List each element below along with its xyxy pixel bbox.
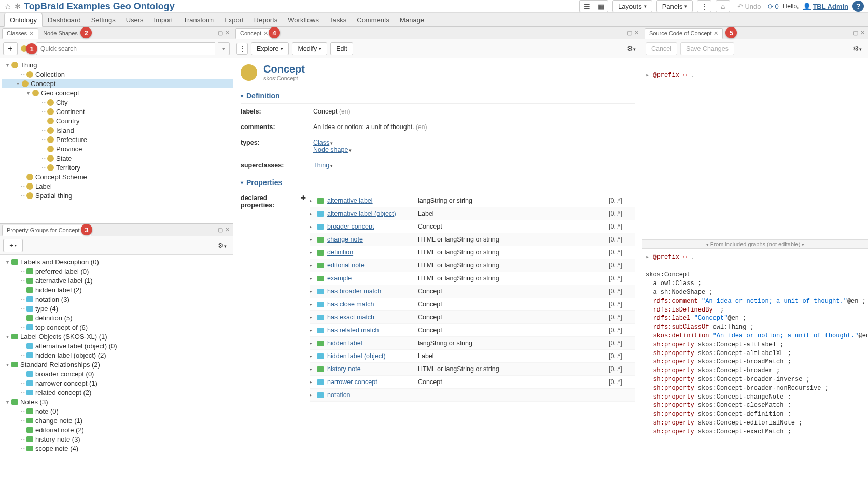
property-row[interactable]: ▸has related matchConcept[0..*]: [310, 324, 635, 337]
property-link[interactable]: hidden label (object): [327, 352, 386, 360]
tree-toggle-icon[interactable]: ▾: [4, 334, 10, 339]
super-thing-link[interactable]: Thing: [313, 162, 329, 169]
tree-node[interactable]: ⋯note (0): [2, 406, 233, 416]
close-panel-icon[interactable]: ✕: [225, 30, 230, 36]
tree-node[interactable]: ⋯scope note (4): [2, 444, 233, 453]
menu-tasks[interactable]: Tasks: [324, 13, 352, 26]
property-row[interactable]: ▸editorial noteHTML or langString or str…: [310, 259, 635, 272]
tree-toggle-icon[interactable]: ▾: [15, 81, 21, 87]
more-icon[interactable]: ⋮: [236, 43, 248, 55]
grid-view-icon[interactable]: ▦: [594, 0, 608, 12]
close-panel-icon[interactable]: ✕: [860, 30, 865, 36]
explore-button[interactable]: Explore▾: [251, 42, 289, 55]
search-dropdown-icon[interactable]: ▾: [218, 42, 230, 55]
property-row[interactable]: ▸narrower conceptConcept[0..*]: [310, 376, 635, 389]
add-button[interactable]: +: [3, 42, 18, 55]
property-link[interactable]: editorial note: [327, 262, 365, 269]
tab-property-groups[interactable]: Property Groups for Concept✕: [2, 225, 91, 236]
property-row[interactable]: ▸has exact matchConcept[0..*]: [310, 311, 635, 324]
property-link[interactable]: has close match: [327, 301, 374, 308]
tree-node[interactable]: ⋯top concept of (6): [2, 322, 233, 332]
menu-workflows[interactable]: Workflows: [283, 13, 324, 26]
close-icon[interactable]: ✕: [263, 30, 268, 37]
code-divider[interactable]: ▾ From included graphs (not editable) ▾: [642, 239, 868, 249]
property-link[interactable]: alternative label: [327, 197, 373, 204]
expand-icon[interactable]: ▸: [310, 392, 317, 398]
list-view-icon[interactable]: ☰: [579, 0, 594, 12]
tree-node[interactable]: ▾Geo concept: [2, 88, 233, 97]
property-link[interactable]: history note: [327, 365, 361, 373]
expand-icon[interactable]: ▸: [310, 302, 317, 307]
add-property-icon[interactable]: ✚: [301, 194, 307, 202]
menu-users[interactable]: Users: [121, 13, 149, 26]
expand-icon[interactable]: ▸: [310, 353, 317, 359]
tree-node[interactable]: ▾Notes (3): [2, 397, 233, 406]
property-row[interactable]: ▸definitionHTML or langString or string[…: [310, 246, 635, 259]
tree-node[interactable]: ⋯Spatial thing: [2, 191, 233, 200]
tree-node[interactable]: ⋯type (4): [2, 304, 233, 313]
menu-comments[interactable]: Comments: [352, 13, 395, 26]
tree-node[interactable]: ▾Concept: [2, 79, 233, 88]
chevron-down-icon[interactable]: ▾: [330, 140, 333, 146]
tree-toggle-icon[interactable]: ▾: [4, 399, 10, 405]
property-link[interactable]: alternative label (object): [327, 210, 396, 217]
gear-icon[interactable]: ⚙▾: [624, 45, 639, 52]
tree-node[interactable]: ⋯related concept (2): [2, 388, 233, 397]
tree-node[interactable]: ▾Standard Relationships (2): [2, 360, 233, 369]
property-link[interactable]: hidden label: [327, 339, 362, 347]
property-row[interactable]: ▸change noteHTML or langString or string…: [310, 233, 635, 246]
tree-node[interactable]: ⋯alternative label (1): [2, 276, 233, 285]
tree-node[interactable]: ⋯notation (3): [2, 294, 233, 304]
chevron-down-icon[interactable]: ▾: [330, 163, 333, 168]
tree-toggle-icon[interactable]: ▾: [4, 259, 10, 265]
maximize-icon[interactable]: ▢: [218, 30, 223, 36]
panels-dropdown[interactable]: Panels▾: [656, 0, 693, 12]
tree-toggle-icon[interactable]: ▾: [25, 90, 31, 96]
property-link[interactable]: has exact match: [327, 314, 374, 321]
menu-transform[interactable]: Transform: [178, 13, 219, 26]
tree-node[interactable]: ⋯Province: [2, 144, 233, 153]
property-row[interactable]: ▸alternative label (object)Label[0..*]: [310, 207, 635, 220]
user-link[interactable]: 👤TBL Admin: [803, 3, 848, 10]
tree-node[interactable]: ⋯hidden label (object) (2): [2, 350, 233, 360]
property-row[interactable]: ▸exampleHTML or langString or string[0..…: [310, 272, 635, 285]
tree-node[interactable]: ⋯history note (3): [2, 434, 233, 444]
close-panel-icon[interactable]: ✕: [225, 227, 230, 233]
modify-button[interactable]: Modify▾: [292, 42, 327, 55]
close-icon[interactable]: ✕: [29, 30, 34, 37]
maximize-icon[interactable]: ▢: [627, 30, 632, 36]
tab-source-code[interactable]: Source Code of Concept✕: [645, 28, 723, 39]
save-changes-button[interactable]: Save Changes: [680, 42, 734, 55]
tab-classes[interactable]: Classes✕: [2, 28, 38, 39]
close-icon[interactable]: ✕: [713, 30, 718, 37]
chevron-down-icon[interactable]: ▾: [349, 148, 352, 153]
tree-node[interactable]: ▾Thing: [2, 60, 233, 69]
edit-button[interactable]: Edit: [330, 42, 353, 55]
property-link[interactable]: broader concept: [327, 223, 374, 230]
property-link[interactable]: change note: [327, 236, 363, 243]
tree-toggle-icon[interactable]: ▾: [4, 62, 10, 68]
section-properties[interactable]: ▾Properties: [241, 173, 635, 190]
tree-node[interactable]: ⋯Concept Scheme: [2, 172, 233, 181]
tree-node[interactable]: ⋯Continent: [2, 107, 233, 116]
expand-icon[interactable]: ▸: [310, 289, 317, 294]
help-icon[interactable]: ?: [852, 1, 864, 12]
tree-node[interactable]: ⋯Label: [2, 181, 233, 191]
close-panel-icon[interactable]: ✕: [634, 30, 639, 36]
property-row[interactable]: ▸alternative labellangString or string[0…: [310, 194, 635, 207]
tree-node[interactable]: ⋯Prefecture: [2, 135, 233, 144]
tree-node[interactable]: ⋯broader concept (0): [2, 369, 233, 378]
property-link[interactable]: definition: [327, 249, 353, 256]
expand-icon[interactable]: ▸: [310, 276, 317, 281]
add-dropdown-button[interactable]: +▾: [3, 239, 23, 252]
search-input[interactable]: [36, 42, 215, 55]
tree-toggle-icon[interactable]: ▾: [4, 362, 10, 367]
property-row[interactable]: ▸hidden label (object)Label[0..*]: [310, 350, 635, 363]
tree-node[interactable]: ⋯alternative label (object) (0): [2, 341, 233, 350]
property-link[interactable]: example: [327, 275, 352, 282]
type-nodeshape-link[interactable]: Node shape: [313, 146, 348, 153]
type-class-link[interactable]: Class: [313, 139, 329, 146]
expand-icon[interactable]: ▸: [310, 328, 317, 333]
expand-icon[interactable]: ▸: [310, 379, 317, 385]
maximize-icon[interactable]: ▢: [853, 30, 858, 36]
